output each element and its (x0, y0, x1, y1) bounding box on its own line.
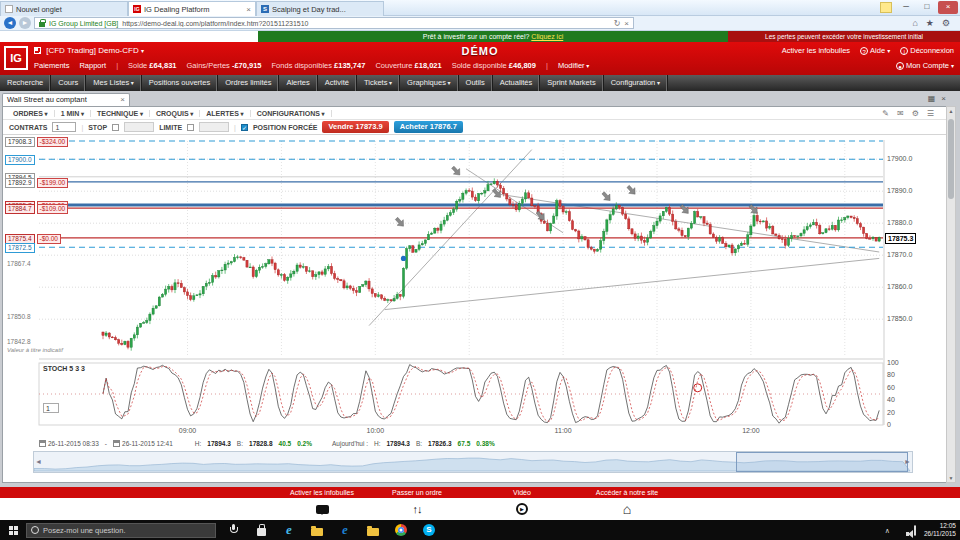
modify-button[interactable]: Modifier ▾ (558, 61, 589, 70)
browser-tab-nouvel-onglet[interactable]: Nouvel onglet (0, 1, 128, 16)
footer-home-icon[interactable] (617, 502, 637, 516)
footer-play-icon[interactable] (512, 502, 532, 516)
nav-item-cours[interactable]: Cours (51, 75, 86, 91)
buy-button[interactable]: Acheter 17876.7 (394, 121, 463, 133)
stop-icon[interactable]: × (624, 19, 629, 28)
range-separator: - (105, 440, 107, 447)
chart-menu-configurations[interactable]: CONFIGURATIONS ▾ (251, 110, 332, 117)
browser-addressbar: ◄ ► IG Group Limited [GB] https://demo-d… (0, 16, 960, 31)
today-high-value: 17894.3 (386, 440, 410, 447)
footer-arrows-icon[interactable] (407, 502, 427, 516)
folder-taskbar-icon[interactable] (310, 522, 324, 538)
scroll-up-icon[interactable]: ▲ (947, 108, 955, 114)
edge-taskbar-icon[interactable] (338, 522, 352, 538)
range-end[interactable]: 26-11-2015 12:41 (122, 440, 173, 447)
taskbar-clock[interactable]: 12:05 26/11/2015 (924, 522, 956, 538)
chevron-tray-icon[interactable] (885, 526, 890, 535)
limit-checkbox[interactable] (187, 124, 194, 131)
forced-position-checkbox[interactable] (241, 124, 248, 131)
cortana-search-box[interactable]: Posez-moi une question. (26, 523, 216, 538)
help-menu[interactable]: ?Aide ▾ (860, 46, 890, 55)
chart-menu-alertes[interactable]: ALERTES ▾ (200, 110, 250, 117)
tab-close-icon[interactable]: × (120, 94, 125, 106)
nav-item-tickets[interactable]: Tickets ▾ (357, 75, 400, 91)
close-icon[interactable]: × (941, 94, 946, 103)
ig-logo[interactable]: IG (4, 46, 28, 70)
scrollbar-thumb[interactable] (948, 119, 954, 199)
chart-menu-1-min[interactable]: 1 MIN ▾ (55, 110, 91, 117)
logout-button[interactable]: |Déconnexion (900, 46, 954, 55)
pencil-icon[interactable]: ✎ (882, 109, 889, 118)
contracts-input[interactable]: 1 (52, 122, 76, 132)
navigator-left-arrow[interactable]: ◄ (35, 458, 42, 465)
my-account-menu[interactable]: ●Mon Compte ▾ (896, 61, 954, 70)
nav-item-alertes[interactable]: Alertes (279, 75, 317, 91)
balance-value: £135,747 (334, 61, 365, 70)
store-taskbar-icon[interactable] (254, 522, 268, 538)
browser-tab-scalping-et-day-trad[interactable]: Scalping et Day trad... (256, 1, 384, 16)
scroll-down-icon[interactable]: ▼ (947, 475, 955, 481)
chrome-taskbar-icon[interactable] (394, 522, 408, 538)
nav-item-activite[interactable]: Activité (318, 75, 357, 91)
nav-item-recherche[interactable]: Recherche (0, 75, 51, 91)
stop-checkbox[interactable] (112, 124, 119, 131)
footer-chat-icon[interactable] (312, 502, 332, 516)
chart-menu-technique[interactable]: TECHNIQUE ▾ (91, 110, 150, 117)
note-tray-icon[interactable] (914, 526, 916, 535)
vertical-scrollbar[interactable]: ▲ ▼ (946, 106, 956, 483)
close-button[interactable]: × (938, 1, 958, 14)
chart-menu-ordres[interactable]: ORDRES ▾ (7, 110, 55, 117)
layout-icon[interactable]: ▦ (928, 94, 936, 103)
skype-taskbar-icon[interactable] (422, 522, 436, 538)
footer-link-acceder-a-notre-site[interactable]: Accéder à notre site (557, 487, 697, 498)
nav-item-configuration[interactable]: Configuration ▾ (604, 75, 668, 91)
account-selector[interactable]: [CFD Trading] Demo-CFD ▾ (34, 46, 144, 55)
sell-button[interactable]: Vendre 17873.9 (322, 121, 388, 133)
chart-navigator[interactable]: ◄ ► (33, 451, 913, 473)
mail-icon[interactable]: ✉ (897, 109, 904, 118)
limit-label: LIMITE (159, 124, 182, 131)
gear-icon[interactable]: ⚙ (942, 18, 950, 28)
range-start[interactable]: 26-11-2015 08:33 (48, 440, 99, 447)
stoch-period-box[interactable]: 1 (43, 403, 59, 413)
mic-taskbar-icon[interactable] (226, 522, 240, 538)
folder2-taskbar-icon[interactable] (366, 522, 380, 538)
refresh-icon[interactable]: ↻ (614, 19, 621, 28)
price-chart[interactable] (3, 135, 946, 435)
start-button[interactable] (0, 520, 26, 540)
nav-item-positions-ouvertes[interactable]: Positions ouvertes (142, 75, 218, 91)
nav-item-mes-listes[interactable]: Mes Listes ▾ (86, 75, 142, 91)
ie-taskbar-icon[interactable] (282, 522, 296, 538)
promo-link[interactable]: Cliquez ici (531, 33, 563, 40)
forward-button[interactable]: ► (19, 17, 31, 29)
chat-icon (316, 505, 329, 514)
promo-banner[interactable]: Prêt à investir sur un compte réel? Cliq… (258, 31, 728, 42)
limit-input (199, 122, 229, 132)
header-right-top: Activer les infobulles ?Aide ▾ |Déconnex… (782, 46, 954, 55)
workspace-tab[interactable]: Wall Street au comptant × (2, 93, 130, 106)
gear-icon[interactable]: ⚙ (912, 109, 919, 118)
browser-tab-ig-dealing-platform[interactable]: IG Dealing Platform× (128, 1, 256, 16)
nav-item-ordres-limites[interactable]: Ordres limités (218, 75, 279, 91)
header-menu-rapport[interactable]: Rapport (79, 61, 106, 70)
chart-menu-croquis[interactable]: CROQUIS ▾ (150, 110, 200, 117)
cortana-icon (31, 526, 39, 534)
tab-close-icon[interactable]: × (246, 5, 251, 14)
nav-item-sprint-markets[interactable]: Sprint Markets (540, 75, 603, 91)
url-box[interactable]: IG Group Limited [GB] https://demo-deal.… (34, 17, 634, 29)
nav-item-graphiques[interactable]: Graphiques ▾ (400, 75, 458, 91)
navigator-right-arrow[interactable]: ► (904, 458, 911, 465)
header-menu-paiements[interactable]: Paiements (34, 61, 69, 70)
nav-item-actualites[interactable]: Actualités (493, 75, 541, 91)
navigator-window[interactable] (736, 452, 907, 472)
windows-taskbar: Posez-moi une question. 12:05 26/11/2015 (0, 520, 960, 540)
maximize-button[interactable]: □ (917, 1, 937, 14)
menu-icon[interactable]: ☰ (927, 109, 934, 118)
demo-badge: DÉMO (462, 45, 499, 57)
nav-item-outils[interactable]: Outils (459, 75, 493, 91)
back-button[interactable]: ◄ (4, 17, 16, 29)
tooltips-toggle[interactable]: Activer les infobulles (782, 46, 850, 55)
home-icon[interactable]: ⌂ (912, 18, 917, 28)
minimize-button[interactable]: ─ (896, 1, 916, 14)
star-icon[interactable]: ★ (926, 18, 934, 28)
